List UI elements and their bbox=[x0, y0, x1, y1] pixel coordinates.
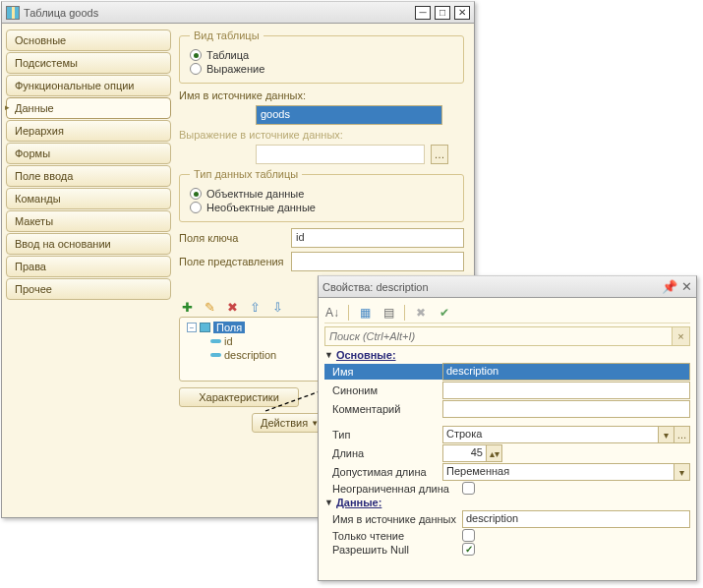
tab-input-field[interactable]: Поле ввода bbox=[6, 165, 171, 187]
characteristics-button[interactable]: Характеристики bbox=[179, 387, 299, 407]
check-icon[interactable]: ✔ bbox=[437, 305, 452, 321]
tree-root-label[interactable]: Поля bbox=[213, 322, 245, 333]
folder-icon bbox=[200, 323, 210, 332]
source-expr-label: Выражение в источнике данных: bbox=[179, 129, 464, 141]
close-button[interactable]: ✕ bbox=[454, 6, 470, 20]
tab-rights[interactable]: Права bbox=[6, 256, 171, 277]
search-clear-button[interactable]: × bbox=[673, 326, 690, 346]
field-icon bbox=[210, 339, 221, 343]
chevron-down-icon[interactable]: ▾ bbox=[674, 463, 690, 481]
prop-type-label: Тип bbox=[324, 429, 442, 441]
add-icon[interactable]: ✚ bbox=[179, 299, 195, 315]
radio-nonobject-data[interactable] bbox=[190, 202, 202, 213]
source-expr-ellipsis-button[interactable]: … bbox=[431, 145, 448, 164]
radio-object-data-label: Объектные данные bbox=[206, 188, 304, 200]
prop-sourcename-label: Имя в источнике данных bbox=[324, 513, 462, 525]
key-fields-label: Поля ключа bbox=[179, 232, 285, 244]
tree-item-id[interactable]: id bbox=[224, 335, 233, 347]
close-icon[interactable]: ✕ bbox=[681, 279, 692, 294]
prop-allowlen-select[interactable]: Переменная bbox=[442, 463, 674, 481]
collapse-icon[interactable]: ▼ bbox=[324, 350, 333, 360]
tab-func-options[interactable]: Функциональные опции bbox=[6, 75, 171, 96]
window-title: Таблица goods bbox=[24, 7, 98, 19]
field-icon bbox=[210, 353, 221, 357]
tab-subsystems[interactable]: Подсистемы bbox=[6, 52, 171, 74]
repr-field-label: Поле представления bbox=[179, 256, 285, 267]
actions-button[interactable]: Действия▼ bbox=[252, 413, 327, 433]
pin-icon[interactable]: 📌 bbox=[662, 279, 677, 294]
table-type-group: Вид таблицы Таблица Выражение bbox=[179, 29, 464, 84]
table-icon bbox=[6, 6, 20, 20]
move-down-icon[interactable]: ⇩ bbox=[269, 299, 285, 315]
prop-type-select[interactable]: Строка bbox=[442, 426, 659, 443]
radio-expression-label: Выражение bbox=[206, 63, 264, 75]
source-expr-input[interactable] bbox=[256, 145, 425, 164]
tab-input-on-basis[interactable]: Ввод на основании bbox=[6, 233, 171, 255]
clear-icon[interactable]: ✖ bbox=[413, 305, 429, 321]
prop-allownull-checkbox[interactable]: ✓ bbox=[462, 543, 475, 556]
tab-other[interactable]: Прочее bbox=[6, 278, 171, 300]
section-main[interactable]: Основные: bbox=[336, 349, 396, 361]
data-type-legend: Тип данных таблицы bbox=[190, 168, 302, 180]
collapse-icon[interactable]: ▼ bbox=[324, 498, 333, 507]
maximize-button[interactable]: □ bbox=[435, 6, 450, 20]
titlebar[interactable]: Таблица goods ─ □ ✕ bbox=[2, 2, 474, 24]
repr-field-input[interactable] bbox=[291, 252, 464, 271]
prop-length-label: Длина bbox=[324, 447, 442, 459]
spinner-icon[interactable]: ▴▾ bbox=[487, 444, 502, 462]
prop-unlimited-label: Неограниченная длина bbox=[324, 483, 462, 495]
prop-readonly-label: Только чтение bbox=[324, 530, 462, 542]
edit-icon[interactable]: ✎ bbox=[202, 299, 217, 315]
radio-expression[interactable] bbox=[190, 63, 202, 75]
prop-synonym-input[interactable] bbox=[442, 382, 690, 399]
prop-name-label: Имя bbox=[324, 364, 442, 380]
radio-table[interactable] bbox=[190, 49, 202, 61]
tab-layouts[interactable]: Макеты bbox=[6, 210, 171, 232]
list-view-icon[interactable]: ▤ bbox=[381, 305, 396, 321]
data-type-group: Тип данных таблицы Объектные данные Необ… bbox=[179, 168, 464, 222]
prop-allownull-label: Разрешить Null bbox=[324, 544, 462, 556]
titlebar[interactable]: Свойства: description 📌 ✕ bbox=[319, 276, 696, 298]
sort-az-icon[interactable]: A↓ bbox=[324, 305, 340, 321]
source-name-label: Имя в источнике данных: bbox=[179, 89, 464, 101]
prop-comment-input[interactable] bbox=[442, 400, 690, 418]
prop-name-input[interactable]: description bbox=[442, 363, 690, 381]
radio-table-label: Таблица bbox=[206, 49, 249, 61]
prop-comment-label: Комментарий bbox=[324, 403, 442, 415]
tab-forms[interactable]: Формы bbox=[6, 143, 171, 164]
window-title: Свойства: description bbox=[322, 281, 429, 293]
delete-icon[interactable]: ✖ bbox=[224, 299, 240, 315]
ellipsis-icon[interactable]: … bbox=[674, 426, 690, 443]
key-fields-input[interactable]: id bbox=[291, 228, 464, 248]
category-view-icon[interactable]: ▦ bbox=[357, 305, 373, 321]
tab-commands[interactable]: Команды bbox=[6, 188, 171, 209]
tab-hierarchy[interactable]: Иерархия bbox=[6, 120, 171, 142]
sidebar: Основные Подсистемы Функциональные опции… bbox=[2, 24, 175, 517]
search-row: × bbox=[324, 326, 690, 346]
tree-item-description[interactable]: description bbox=[224, 349, 276, 361]
source-name-input[interactable]: goods bbox=[256, 105, 442, 125]
radio-object-data[interactable] bbox=[190, 188, 202, 200]
properties-toolbar: A↓ ▦ ▤ ✖ ✔ bbox=[324, 302, 690, 323]
tab-main[interactable]: Основные bbox=[6, 29, 171, 51]
minimize-button[interactable]: ─ bbox=[415, 6, 431, 20]
prop-synonym-label: Синоним bbox=[324, 384, 442, 396]
table-type-legend: Вид таблицы bbox=[190, 29, 264, 41]
move-up-icon[interactable]: ⇧ bbox=[247, 299, 263, 315]
chevron-down-icon[interactable]: ▾ bbox=[659, 426, 674, 443]
prop-length-input[interactable]: 45 bbox=[442, 444, 487, 462]
section-data[interactable]: Данные: bbox=[336, 497, 381, 508]
prop-unlimited-checkbox[interactable] bbox=[462, 482, 475, 495]
tab-data[interactable]: Данные bbox=[6, 97, 171, 119]
radio-nonobject-data-label: Необъектные данные bbox=[206, 202, 316, 213]
collapse-icon[interactable]: − bbox=[187, 323, 197, 332]
prop-sourcename-input[interactable]: description bbox=[462, 510, 690, 528]
prop-readonly-checkbox[interactable] bbox=[462, 529, 475, 542]
properties-window: Свойства: description 📌 ✕ A↓ ▦ ▤ ✖ ✔ × ▼… bbox=[318, 275, 697, 581]
search-input[interactable] bbox=[324, 326, 673, 346]
prop-allowlen-label: Допустимая длина bbox=[324, 466, 442, 478]
